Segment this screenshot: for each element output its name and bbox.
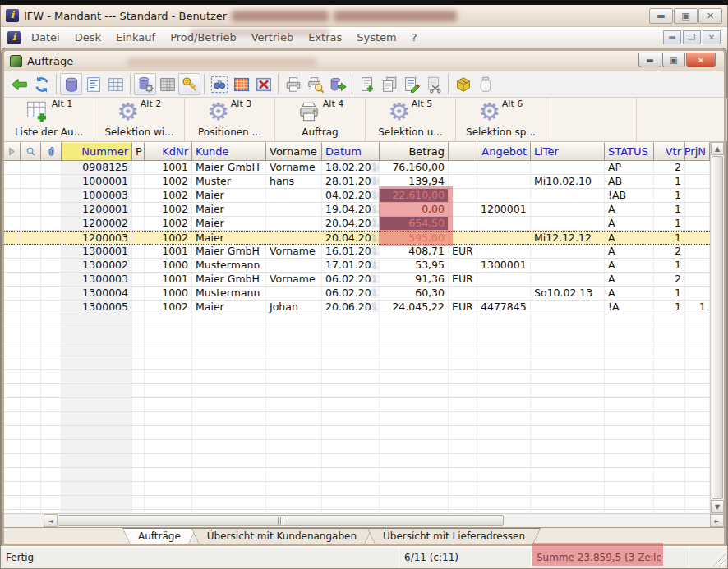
print-preview-icon[interactable]	[304, 73, 326, 95]
child-minimize-button[interactable]: ▬	[638, 53, 661, 67]
grid-view-icon[interactable]	[104, 73, 127, 95]
scroll-down-button[interactable]: ▼	[711, 500, 724, 513]
table-row-1300002[interactable]: 13000021000Mustermann17.01.201353,951300…	[4, 259, 710, 273]
minimize-button[interactable]: ▬	[649, 8, 673, 24]
scrollbar-track[interactable]	[504, 514, 710, 527]
menu-einkauf[interactable]: Einkauf	[108, 27, 163, 48]
column-header-kunde[interactable]: Kunde	[192, 142, 266, 161]
close-button[interactable]: ✕	[698, 8, 722, 24]
cell-vtr: 1	[654, 232, 685, 243]
cell-p	[132, 412, 145, 426]
column-header-prjn[interactable]: PrjN	[685, 142, 710, 161]
binoculars-select-icon[interactable]	[208, 73, 230, 95]
column-header-betrag[interactable]: Betrag	[380, 142, 449, 161]
table-row-1300004[interactable]: 13000041000Mustermann06.02.201360,30So10…	[4, 287, 710, 301]
database-export-icon[interactable]	[326, 73, 348, 95]
select-all-icon[interactable]	[230, 73, 252, 95]
column-header-liter[interactable]: LiTer	[531, 142, 605, 161]
vertical-scrollbar[interactable]: ▲ ▼	[710, 142, 724, 513]
cell-kunde	[192, 440, 266, 454]
cell-cur	[449, 384, 477, 398]
table-add-icon	[25, 99, 50, 127]
table-row-1300001[interactable]: 13000011001Maier GmbHVorname16.01.201340…	[4, 245, 710, 259]
column-header-kdnr[interactable]: KdNr	[145, 142, 192, 161]
column-header-vtr[interactable]: Vtr	[654, 142, 685, 161]
action-button-alt1[interactable]: Alt 1Liste der Au...	[4, 98, 94, 141]
doc-add-icon[interactable]	[356, 73, 378, 95]
mdi-close-button[interactable]: ✕	[703, 30, 721, 44]
cell-datum	[322, 356, 380, 370]
cell-vtr	[654, 342, 685, 356]
column-header-status[interactable]: STATUS	[605, 142, 654, 161]
deselect-icon[interactable]	[252, 73, 274, 95]
jar-icon[interactable]	[474, 73, 496, 95]
cell-liter: So10.02.13	[531, 287, 605, 301]
cell-angebot	[477, 189, 531, 203]
horizontal-scrollbar[interactable]: ◄ ►	[4, 513, 724, 527]
tab-aufträge[interactable]: Aufträge	[122, 528, 196, 544]
menu-?[interactable]: ?	[404, 27, 425, 48]
print-icon[interactable]	[282, 73, 304, 95]
action-button-alt3[interactable]: ⚙Alt 3Positionen ...	[185, 98, 275, 141]
resize-grip[interactable]	[709, 549, 726, 567]
table-compact-icon[interactable]	[156, 73, 178, 95]
cell-vorname	[266, 412, 322, 426]
cell-vorname	[266, 398, 322, 412]
key-icon[interactable]	[178, 73, 200, 95]
cell-vorname	[266, 454, 322, 468]
column-header-angebot[interactable]: Angebot	[477, 142, 531, 161]
cell-prjn	[685, 454, 710, 468]
redacted-smudge	[334, 11, 457, 21]
database-icon[interactable]	[60, 73, 82, 95]
cell-search	[21, 259, 41, 273]
scroll-left-button[interactable]: ◄	[44, 514, 58, 527]
menu-desk[interactable]: Desk	[67, 27, 108, 48]
scroll-right-button[interactable]: ►	[710, 514, 724, 527]
child-maximize-button[interactable]: ▣	[662, 53, 685, 67]
form-view-icon[interactable]	[82, 73, 104, 95]
table-row-0908125[interactable]: 09081251001Maier GmbHVorname18.02.201076…	[4, 161, 710, 175]
table-row-1200003[interactable]: 12000031002Maier20.04.2012595,00Mi12.12.…	[4, 231, 710, 245]
table-row-1000003[interactable]: 10000031002Maier04.02.201022.610,00!AB1	[4, 189, 710, 203]
table-row-1300003[interactable]: 13000031001Maier GmbHVorname06.02.201391…	[4, 273, 710, 287]
package-icon[interactable]	[452, 73, 474, 95]
column-header-vorname[interactable]: Vorname	[266, 142, 322, 161]
cell-cur: EUR	[449, 245, 477, 259]
cell-kunde: Maier	[192, 232, 266, 243]
refresh-icon[interactable]	[30, 73, 53, 95]
column-header-p[interactable]: P	[132, 142, 145, 161]
menu-datei[interactable]: Datei	[24, 27, 67, 48]
scroll-up-button[interactable]: ▲	[711, 142, 724, 155]
cell-status: A	[605, 245, 654, 259]
column-header-marker[interactable]	[4, 142, 21, 161]
tab-übersicht-mit-kundenangaben[interactable]: Übersicht mit Kundenangaben	[191, 528, 372, 544]
vertical-scroll-thumb[interactable]	[712, 156, 723, 499]
cell-p	[132, 259, 145, 273]
table-row-1200002[interactable]: 12000021002Maier20.04.2012654,50A1	[4, 217, 710, 231]
doc-cut-icon[interactable]	[422, 73, 445, 95]
column-header-datum[interactable]: Datum	[322, 142, 380, 161]
action-button-alt4[interactable]: Alt 4Auftrag	[275, 98, 366, 141]
table-row-1000001[interactable]: 10000011002Musterhans28.01.2010139,94Mi1…	[4, 175, 710, 189]
column-header-cur[interactable]	[449, 142, 477, 161]
doc-edit-icon[interactable]	[400, 73, 422, 95]
horizontal-scroll-thumb[interactable]	[58, 515, 504, 526]
maximize-button[interactable]: ▣	[674, 8, 698, 24]
back-icon[interactable]	[8, 73, 30, 95]
mdi-restore-button[interactable]: ❐	[683, 30, 701, 44]
tab-übersicht-mit-lieferadressen[interactable]: Übersicht mit Lieferadressen	[367, 528, 541, 544]
table-row-1200001[interactable]: 12000011002Maier19.04.20120,001200001A1	[4, 203, 710, 217]
table-row-1300005[interactable]: 13000051002MaierJohan20.06.201324.045,22…	[4, 301, 710, 314]
doc-copy-icon[interactable]	[378, 73, 400, 95]
column-header-search[interactable]	[21, 142, 41, 161]
column-header-clip[interactable]	[41, 142, 62, 161]
action-button-alt5[interactable]: ⚙Alt 5Selektion u...	[366, 98, 456, 141]
column-header-nummer[interactable]: Nummer	[62, 142, 132, 161]
menu-system[interactable]: System	[349, 27, 403, 48]
mdi-minimize-button[interactable]: ▬	[663, 30, 681, 44]
action-button-alt6[interactable]: ⚙Alt 6Selektion sp...	[456, 98, 546, 141]
cell-vorname	[266, 356, 322, 370]
database-settings-icon[interactable]	[134, 73, 156, 95]
action-button-alt2[interactable]: ⚙Alt 2Selektion wi...	[94, 98, 185, 141]
child-close-button[interactable]: ✕	[686, 53, 716, 67]
